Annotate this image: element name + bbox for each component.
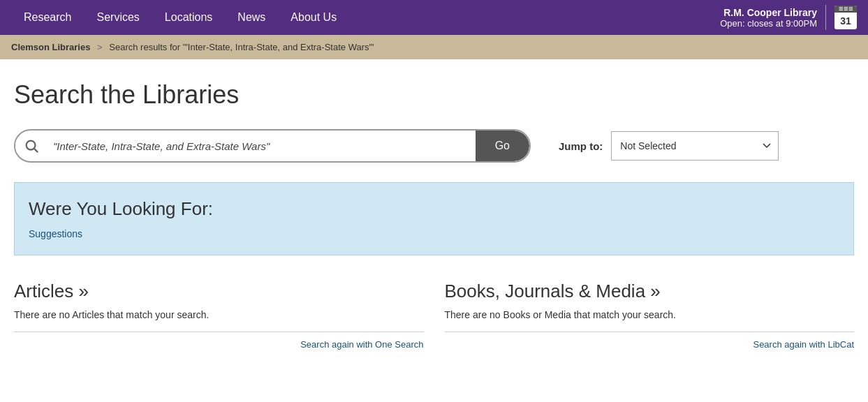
- wyff-title: Were You Looking For:: [29, 198, 839, 220]
- articles-no-results: There are no Articles that match your se…: [14, 309, 424, 320]
- library-name: R.M. Cooper Library: [720, 7, 817, 18]
- page-title: Search the Libraries: [14, 80, 854, 110]
- books-search-again-link[interactable]: Search again with LibCat: [753, 339, 854, 350]
- articles-title: Articles »: [14, 281, 424, 302]
- top-navigation: Research Services Locations News About U…: [0, 0, 868, 35]
- nav-about-us[interactable]: About Us: [278, 0, 349, 35]
- breadcrumb-separator: >: [97, 42, 103, 52]
- calendar-day: 31: [840, 13, 851, 29]
- books-divider: [445, 332, 855, 332]
- search-button[interactable]: Go: [476, 131, 529, 161]
- wyff-box: Were You Looking For: Suggestions: [14, 182, 854, 255]
- books-title: Books, Journals & Media »: [445, 281, 855, 302]
- nav-news[interactable]: News: [225, 0, 278, 35]
- nav-locations[interactable]: Locations: [152, 0, 226, 35]
- search-form: Go: [14, 129, 531, 163]
- main-content: Search the Libraries Go Jump to: Not Sel…: [0, 59, 868, 364]
- breadcrumb-home[interactable]: Clemson Libraries: [11, 42, 90, 52]
- svg-point-0: [27, 141, 36, 150]
- svg-line-1: [34, 149, 38, 152]
- calendar-icon[interactable]: ☰☰☰ 31: [834, 6, 857, 29]
- articles-section: Articles » There are no Articles that ma…: [14, 281, 424, 350]
- books-no-results: There are no Books or Media that match y…: [445, 309, 855, 320]
- wyff-suggestions-link[interactable]: Suggestions: [29, 228, 82, 239]
- results-grid: Articles » There are no Articles that ma…: [14, 281, 854, 350]
- library-hours: Open: closes at 9:00PM: [720, 18, 817, 29]
- search-input[interactable]: [47, 131, 476, 161]
- jump-to-label: Jump to:: [559, 140, 603, 152]
- nav-right: R.M. Cooper Library Open: closes at 9:00…: [720, 5, 857, 30]
- nav-links: Research Services Locations News About U…: [11, 0, 349, 35]
- nav-divider: [825, 5, 826, 30]
- breadcrumb: Clemson Libraries > Search results for '…: [0, 35, 868, 59]
- books-section: Books, Journals & Media » There are no B…: [445, 281, 855, 350]
- nav-services[interactable]: Services: [84, 0, 152, 35]
- nav-research[interactable]: Research: [11, 0, 84, 35]
- calendar-top: ☰☰☰: [834, 6, 857, 13]
- breadcrumb-current: Search results for '"Inter-State, Intra-…: [109, 42, 374, 52]
- jump-to-area: Jump to: Not Selected Articles Books, Jo…: [559, 131, 779, 161]
- articles-divider: [14, 332, 424, 332]
- articles-search-again-link[interactable]: Search again with One Search: [300, 339, 423, 350]
- search-area: Go Jump to: Not Selected Articles Books,…: [14, 129, 854, 163]
- search-icon: [15, 138, 47, 154]
- library-info: R.M. Cooper Library Open: closes at 9:00…: [720, 7, 817, 29]
- jump-to-select[interactable]: Not Selected Articles Books, Journals & …: [611, 131, 779, 161]
- search-icon-svg: [24, 138, 39, 154]
